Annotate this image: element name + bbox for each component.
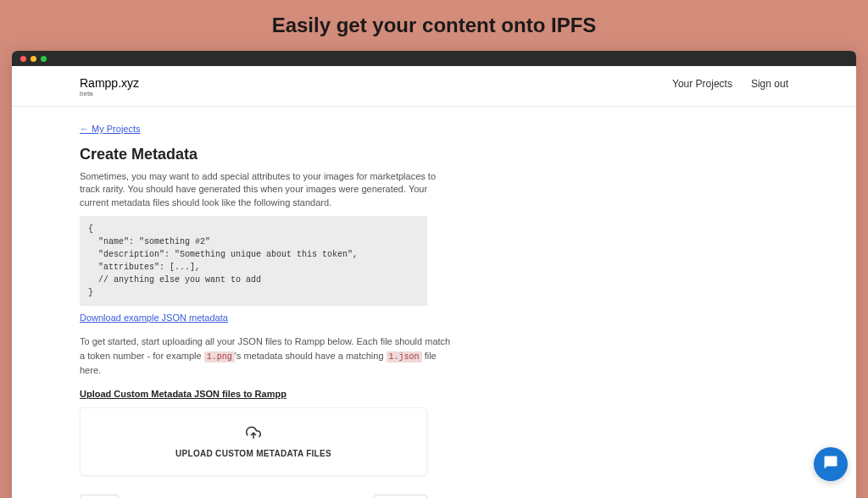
back-to-projects-link[interactable]: ← My Projects	[80, 124, 141, 134]
inline-code-png: 1.png	[204, 351, 235, 362]
brand-sub: beta	[80, 90, 139, 97]
instructions-mid: 's metadata should have a matching	[235, 351, 387, 361]
code-example: { "name": "something #2" "description": …	[80, 216, 427, 306]
description-text: Sometimes, you may want to add special a…	[80, 170, 453, 209]
proceed-button[interactable]: Proceed	[374, 495, 427, 498]
inline-code-json: 1.json	[387, 351, 422, 362]
page-title: Create Metadata	[80, 146, 788, 163]
cloud-upload-icon	[246, 425, 261, 444]
browser-chrome	[12, 51, 856, 66]
browser-window: Rampp.xyz beta Your Projects Sign out ← …	[12, 51, 856, 498]
brand-name: Rampp.xyz	[80, 76, 139, 90]
upload-heading: Upload Custom Metadata JSON files to Ram…	[80, 389, 788, 399]
footer-nav: Back Proceed	[80, 495, 427, 498]
back-button[interactable]: Back	[80, 495, 119, 498]
nav-sign-out[interactable]: Sign out	[751, 78, 788, 90]
brand[interactable]: Rampp.xyz beta	[80, 76, 139, 97]
window-minimize-dot	[31, 56, 36, 62]
chat-widget-button[interactable]	[814, 447, 848, 481]
header-nav: Your Projects Sign out	[672, 76, 788, 90]
page-heading: Easily get your content onto IPFS	[0, 0, 868, 51]
chat-icon	[823, 455, 838, 473]
instructions-text: To get started, start uploading all your…	[80, 335, 453, 377]
window-maximize-dot	[41, 56, 47, 62]
app-header: Rampp.xyz beta Your Projects Sign out	[12, 66, 856, 107]
download-example-link[interactable]: Download example JSON metadata	[80, 313, 228, 323]
upload-label: UPLOAD CUSTOM METADATA FILES	[97, 449, 409, 458]
main-content: ← My Projects Create Metadata Sometimes,…	[12, 107, 856, 498]
nav-your-projects[interactable]: Your Projects	[672, 78, 732, 90]
window-close-dot	[20, 56, 26, 62]
upload-dropzone[interactable]: UPLOAD CUSTOM METADATA FILES	[80, 407, 427, 476]
